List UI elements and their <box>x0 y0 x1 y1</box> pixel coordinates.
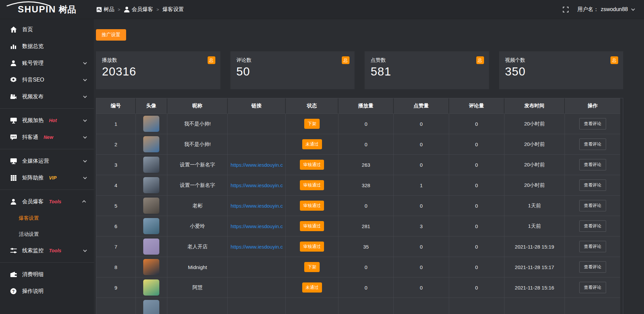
sidebar-item-monitor-全媒体运营[interactable]: 全媒体运营 <box>0 153 94 169</box>
total-badge: 总 <box>610 56 618 64</box>
cell-action: 查看评论 <box>565 216 620 237</box>
cell-action: 查看评论 <box>565 134 620 155</box>
view-comments-button[interactable]: 查看评论 <box>579 179 606 191</box>
cell-comments: 0 <box>449 134 504 155</box>
cell-plays: 0 <box>338 277 394 298</box>
cell-status: 未通过 <box>286 277 338 298</box>
table-header-row: 编号头像昵称链接状态播放量点赞量评论量发布时间操作 <box>96 98 623 114</box>
cell-nickname: 设置一个新名字 <box>167 155 228 175</box>
breadcrumb-item[interactable]: 爆客设置 <box>162 6 184 13</box>
cell-link[interactable]: https://www.iesdouyin.c <box>228 237 286 257</box>
view-comments-button[interactable]: 查看评论 <box>579 220 606 232</box>
fullscreen-icon[interactable] <box>563 7 569 12</box>
sidebar-item-display-视频加热[interactable]: 视频加热Hot <box>0 112 94 129</box>
cell-publish-time: 20小时前 <box>504 175 565 196</box>
cell-plays: 0 <box>338 196 394 216</box>
sidebar-subitem-爆客设置[interactable]: 爆客设置 <box>0 210 94 226</box>
sidebar-subitem-活动设置[interactable]: 活动设置 <box>0 226 94 242</box>
cell-comments: 0 <box>449 114 504 134</box>
breadcrumb: 树品>会员爆客>爆客设置 <box>97 6 184 13</box>
sidebar-item-chart-数据总览[interactable]: 数据总览 <box>0 38 94 55</box>
chart-icon <box>10 43 17 49</box>
status-badge: 下架 <box>304 119 320 129</box>
cell-publish-time: 20小时前 <box>504 155 565 175</box>
stat-card-value: 581 <box>371 65 483 78</box>
user-icon <box>10 60 17 66</box>
cell-publish-time: 20小时前 <box>504 114 565 134</box>
chevron-down-icon <box>83 61 87 64</box>
view-comments-button[interactable]: 查看评论 <box>579 118 606 129</box>
column-header: 状态 <box>286 98 338 114</box>
cell-action: 查看评论 <box>565 155 620 175</box>
view-comments-button[interactable]: 查看评论 <box>579 261 606 273</box>
stat-card: 播放数20316总 <box>96 51 220 89</box>
cell-avatar <box>136 298 167 314</box>
cell-link[interactable]: https://www.iesdouyin.c <box>228 175 286 196</box>
breadcrumb-item[interactable]: 树品 <box>97 6 114 13</box>
view-comments-button[interactable]: 查看评论 <box>579 241 606 252</box>
cell-link[interactable]: https://www.iesdouyin.c <box>228 155 286 175</box>
chevron-down-icon <box>83 135 87 139</box>
status-badge: 未通过 <box>302 139 322 149</box>
stat-cards: 播放数20316总评论数50总点赞数581总视频个数350总 <box>96 51 623 89</box>
promotion-settings-button[interactable]: 推广设置 <box>96 29 126 41</box>
status-badge: 审核通过 <box>300 201 324 211</box>
cell-status: 审核通过 <box>286 196 338 216</box>
sidebar-item-wallet-消费明细[interactable]: 消费明细 <box>0 266 94 283</box>
total-badge: 总 <box>208 56 215 64</box>
cell-link <box>228 277 286 298</box>
cell-action: 查看评论 <box>565 196 620 216</box>
cell-publish-time: 2021-11-28 15:17 <box>504 257 565 277</box>
sidebar-item-help-操作说明[interactable]: ?操作说明 <box>0 283 94 300</box>
cell-plays: 281 <box>338 216 394 237</box>
camera-icon <box>10 94 17 99</box>
sidebar-item-camera-视频发布[interactable]: 视频发布 <box>0 88 94 105</box>
view-comments-button[interactable]: 查看评论 <box>579 159 606 170</box>
sidebar-item-user-账号管理[interactable]: 账号管理 <box>0 55 94 71</box>
stat-card-label: 播放数 <box>102 57 214 63</box>
breadcrumb-item[interactable]: 会员爆客 <box>124 6 153 13</box>
cell-avatar <box>136 175 167 196</box>
cell-likes: 0 <box>394 114 449 134</box>
sidebar-item-label: 会员爆客 <box>22 198 44 205</box>
view-comments-button[interactable]: 查看评论 <box>579 139 606 150</box>
help-icon: ? <box>10 288 17 294</box>
stat-card: 视频个数350总 <box>499 51 624 89</box>
sidebar-item-label: 全媒体运营 <box>22 158 49 165</box>
sidebar-item-sliders-线索监控[interactable]: 线索监控Tools <box>0 242 94 259</box>
cell-status <box>286 298 338 314</box>
cell-nickname: 老彬 <box>167 196 228 216</box>
avatar <box>143 177 159 193</box>
view-comments-button[interactable]: 查看评论 <box>579 282 606 293</box>
sidebar-item-gear-抖音SEO[interactable]: 抖音SEO <box>0 71 94 88</box>
cell-likes: 1 <box>394 175 449 196</box>
view-comments-button[interactable]: 查看评论 <box>579 200 606 211</box>
cell-publish-time: 1天前 <box>504 196 565 216</box>
sidebar-item-chat-抖客通[interactable]: 抖客通New <box>0 129 94 146</box>
cell-status: 审核通过 <box>286 216 338 237</box>
user-menu[interactable]: 用户名：zswodun88 <box>577 6 634 13</box>
cell-action: 查看评论 <box>565 277 620 298</box>
cell-action <box>565 298 620 314</box>
sidebar-item-label: 操作说明 <box>22 288 44 295</box>
cell-comments: 0 <box>449 196 504 216</box>
cell-link[interactable]: https://www.iesdouyin.c <box>228 216 286 237</box>
cell-comments: 0 <box>449 216 504 237</box>
sidebar-item-member-会员爆客[interactable]: 会员爆客Tools <box>0 193 94 210</box>
cell-likes <box>394 298 449 314</box>
stat-card-label: 点赞数 <box>371 57 483 63</box>
videos-table: 编号头像昵称链接状态播放量点赞量评论量发布时间操作1我不是小帅!下架00020小… <box>96 98 623 314</box>
sidebar-item-grid-矩阵助推[interactable]: 矩阵助推VIP <box>0 169 94 186</box>
chevron-down-icon <box>83 175 87 179</box>
cell-link[interactable]: https://www.iesdouyin.c <box>228 196 286 216</box>
chevron-down-icon <box>83 94 87 98</box>
sidebar-item-home-首页[interactable]: 首页 <box>0 21 94 38</box>
cell-plays: 0 <box>338 114 394 134</box>
status-badge: 审核通过 <box>300 242 324 252</box>
breadcrumb-label: 会员爆客 <box>132 6 153 13</box>
sidebar-item-label: 矩阵助推 <box>22 174 44 181</box>
cell-plays: 35 <box>338 237 394 257</box>
cell-publish-time: 2021-11-28 15:19 <box>504 237 565 257</box>
cell-link <box>228 134 286 155</box>
cell-nickname: 小爱玲 <box>167 216 228 237</box>
